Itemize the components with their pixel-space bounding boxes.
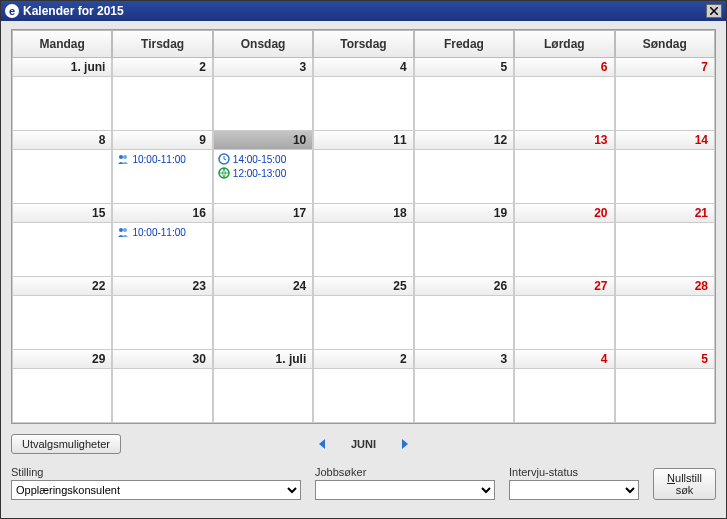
calendar-event[interactable]: 10:00-11:00 (115, 225, 209, 239)
status-select[interactable] (509, 480, 639, 500)
day-number-cell[interactable]: 12 (414, 131, 514, 150)
day-number-cell[interactable]: 23 (112, 277, 212, 296)
day-number-cell[interactable]: 4 (313, 58, 413, 77)
options-button[interactable]: Utvalgsmuligheter (11, 434, 121, 454)
calendar-event[interactable]: 10:00-11:00 (115, 152, 209, 166)
day-number-cell[interactable]: 9 (112, 131, 212, 150)
svg-point-0 (119, 155, 123, 159)
globe-icon (218, 167, 230, 179)
day-body-cell[interactable] (514, 77, 614, 131)
day-body-cell[interactable] (615, 150, 715, 204)
day-body-cell[interactable] (313, 223, 413, 277)
day-number-cell[interactable]: 6 (514, 58, 614, 77)
day-number-cell[interactable]: 26 (414, 277, 514, 296)
weekday-header: Søndag (615, 30, 715, 58)
event-time-label: 14:00-15:00 (233, 154, 286, 165)
day-body-cell[interactable] (112, 369, 212, 423)
people-icon (117, 153, 129, 165)
filter-stilling: Stilling Opplæringskonsulent (11, 466, 301, 500)
day-number-cell[interactable]: 3 (414, 350, 514, 369)
day-number-cell[interactable]: 13 (514, 131, 614, 150)
day-number-cell[interactable]: 8 (12, 131, 112, 150)
day-number-cell[interactable]: 25 (313, 277, 413, 296)
day-number-cell[interactable]: 20 (514, 204, 614, 223)
day-body-cell[interactable] (313, 296, 413, 350)
day-body-cell[interactable] (414, 223, 514, 277)
window-title: Kalender for 2015 (23, 4, 124, 18)
day-body-cell[interactable] (514, 369, 614, 423)
day-body-cell[interactable] (313, 369, 413, 423)
day-number-cell[interactable]: 2 (313, 350, 413, 369)
day-number-cell[interactable]: 10 (213, 131, 313, 150)
day-body-cell[interactable] (112, 296, 212, 350)
day-number-cell[interactable]: 17 (213, 204, 313, 223)
close-button[interactable] (706, 4, 722, 18)
day-number-cell[interactable]: 1. juli (213, 350, 313, 369)
day-number-cell[interactable]: 14 (615, 131, 715, 150)
calendar-grid: MandagTirsdagOnsdagTorsdagFredagLørdagSø… (11, 29, 716, 424)
svg-point-1 (123, 155, 127, 159)
day-body-cell[interactable] (514, 296, 614, 350)
day-number-cell[interactable]: 4 (514, 350, 614, 369)
day-body-cell[interactable] (615, 296, 715, 350)
day-body-cell[interactable] (12, 77, 112, 131)
day-body-cell[interactable] (414, 77, 514, 131)
day-body-cell[interactable] (414, 150, 514, 204)
day-body-cell[interactable] (514, 150, 614, 204)
calendar-event[interactable]: 12:00-13:00 (216, 166, 310, 180)
day-body-cell[interactable] (615, 369, 715, 423)
day-number-cell[interactable]: 5 (414, 58, 514, 77)
day-body-cell[interactable]: 14:00-15:0012:00-13:00 (213, 150, 313, 204)
day-number-cell[interactable]: 7 (615, 58, 715, 77)
day-body-cell[interactable]: 10:00-11:00 (112, 223, 212, 277)
day-body-cell[interactable] (213, 77, 313, 131)
stilling-select[interactable]: Opplæringskonsulent (11, 480, 301, 500)
titlebar: e Kalender for 2015 (1, 1, 726, 21)
day-body-cell[interactable]: 10:00-11:00 (112, 150, 212, 204)
day-number-cell[interactable]: 22 (12, 277, 112, 296)
day-number-cell[interactable]: 11 (313, 131, 413, 150)
day-body-cell[interactable] (514, 223, 614, 277)
day-number-cell[interactable]: 5 (615, 350, 715, 369)
day-body-cell[interactable] (414, 296, 514, 350)
prev-month-button[interactable] (315, 436, 331, 452)
day-body-cell[interactable] (213, 369, 313, 423)
people-icon (117, 226, 129, 238)
daynum-row: 15161718192021 (12, 204, 715, 223)
day-number-cell[interactable]: 19 (414, 204, 514, 223)
day-body-cell[interactable] (12, 223, 112, 277)
day-body-cell[interactable] (615, 223, 715, 277)
day-body-cell[interactable] (313, 77, 413, 131)
day-number-cell[interactable]: 29 (12, 350, 112, 369)
reset-search-button[interactable]: Nullstill søk (653, 468, 716, 500)
event-time-label: 10:00-11:00 (132, 227, 185, 238)
day-number-cell[interactable]: 15 (12, 204, 112, 223)
day-body-cell[interactable] (213, 223, 313, 277)
next-month-button[interactable] (396, 436, 412, 452)
day-body-cell[interactable] (12, 369, 112, 423)
day-body-cell[interactable] (12, 296, 112, 350)
day-number-cell[interactable]: 3 (213, 58, 313, 77)
weekday-header-row: MandagTirsdagOnsdagTorsdagFredagLørdagSø… (12, 30, 715, 58)
day-number-cell[interactable]: 28 (615, 277, 715, 296)
day-number-cell[interactable]: 21 (615, 204, 715, 223)
day-body-cell[interactable] (112, 77, 212, 131)
status-label: Intervju-status (509, 466, 639, 478)
nav-row: Utvalgsmuligheter JUNI (11, 432, 716, 456)
weekday-header: Onsdag (213, 30, 313, 58)
calendar-event[interactable]: 14:00-15:00 (216, 152, 310, 166)
day-body-cell[interactable] (213, 296, 313, 350)
day-body-cell[interactable] (615, 77, 715, 131)
day-number-cell[interactable]: 1. juni (12, 58, 112, 77)
day-number-cell[interactable]: 30 (112, 350, 212, 369)
day-body-cell[interactable] (414, 369, 514, 423)
day-number-cell[interactable]: 16 (112, 204, 212, 223)
event-time-label: 10:00-11:00 (132, 154, 185, 165)
day-number-cell[interactable]: 27 (514, 277, 614, 296)
jobbsoker-select[interactable] (315, 480, 495, 500)
day-number-cell[interactable]: 2 (112, 58, 212, 77)
day-number-cell[interactable]: 24 (213, 277, 313, 296)
day-body-cell[interactable] (313, 150, 413, 204)
day-number-cell[interactable]: 18 (313, 204, 413, 223)
day-body-cell[interactable] (12, 150, 112, 204)
